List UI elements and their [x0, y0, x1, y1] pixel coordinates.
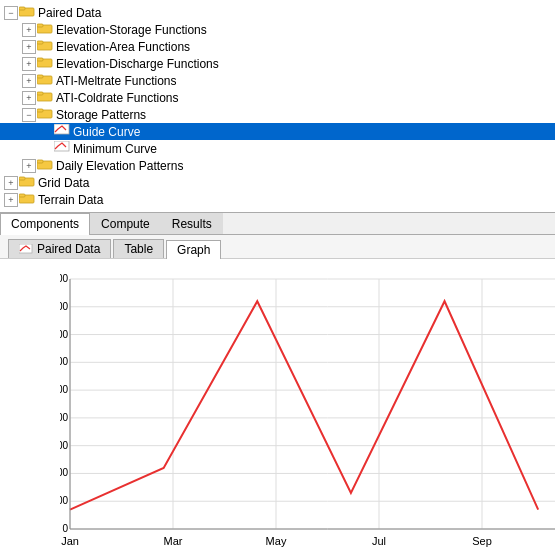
tree-item-label-ati-coldrate: ATI-Coldrate Functions [56, 91, 179, 105]
tree-item-label-paired-data: Paired Data [38, 6, 101, 20]
tree-item-guide-curve[interactable]: Guide Curve [0, 123, 555, 140]
svg-rect-11 [37, 92, 43, 95]
expand-btn-storage-patterns[interactable]: − [22, 108, 36, 122]
tree-panel: − Paired Data+ Elevation-Storage Functio… [0, 0, 555, 213]
tree-item-paired-data[interactable]: − Paired Data [0, 4, 555, 21]
tree-item-label-storage-patterns: Storage Patterns [56, 108, 146, 122]
tree-item-ati-meltrate[interactable]: + ATI-Meltrate Functions [0, 72, 555, 89]
svg-rect-14 [54, 124, 69, 134]
main-tab-results[interactable]: Results [161, 213, 223, 234]
svg-rect-7 [37, 58, 43, 61]
svg-rect-17 [37, 160, 43, 163]
svg-rect-15 [54, 141, 69, 151]
svg-rect-1 [19, 7, 25, 10]
main-tab-compute[interactable]: Compute [90, 213, 161, 234]
tree-item-daily-elev[interactable]: + Daily Elevation Patterns [0, 157, 555, 174]
tree-item-label-grid-data: Grid Data [38, 176, 89, 190]
svg-rect-13 [37, 109, 43, 112]
folder-icon [19, 192, 35, 207]
expand-btn-grid-data[interactable]: + [4, 176, 18, 190]
expand-btn-elev-discharge[interactable]: + [22, 57, 36, 71]
folder-icon [37, 158, 53, 173]
folder-icon [37, 107, 53, 122]
expand-btn-elev-storage[interactable]: + [22, 23, 36, 37]
tree-item-elev-storage[interactable]: + Elevation-Storage Functions [0, 21, 555, 38]
sub-tab-bar: Paired Data TableGraph [0, 235, 555, 259]
tree-item-elev-area[interactable]: + Elevation-Area Functions [0, 38, 555, 55]
tree-item-label-elev-area: Elevation-Area Functions [56, 40, 190, 54]
expand-btn-ati-meltrate[interactable]: + [22, 74, 36, 88]
sub-tab-chart-icon [19, 244, 33, 254]
expand-btn-paired-data[interactable]: − [4, 6, 18, 20]
tree-item-minimum-curve[interactable]: Minimum Curve [0, 140, 555, 157]
tree-item-label-minimum-curve: Minimum Curve [73, 142, 157, 156]
svg-rect-19 [19, 177, 25, 180]
sub-tab-label-paired-data: Paired Data [37, 242, 100, 256]
tree-item-label-daily-elev: Daily Elevation Patterns [56, 159, 183, 173]
tree-item-elev-discharge[interactable]: + Elevation-Discharge Functions [0, 55, 555, 72]
chart-container: Storage (ACRE-FT) [0, 259, 555, 560]
chart-item-icon [54, 124, 70, 139]
tree-item-label-elev-storage: Elevation-Storage Functions [56, 23, 207, 37]
expand-btn-ati-coldrate[interactable]: + [22, 91, 36, 105]
tree-item-label-ati-meltrate: ATI-Meltrate Functions [56, 74, 176, 88]
chart-item-icon [54, 141, 70, 156]
svg-rect-3 [37, 24, 43, 27]
folder-icon [37, 73, 53, 88]
expand-btn-elev-area[interactable]: + [22, 40, 36, 54]
svg-rect-5 [37, 41, 43, 44]
folder-icon [37, 22, 53, 37]
folder-icon [37, 56, 53, 71]
tree-item-label-terrain-data: Terrain Data [38, 193, 103, 207]
main-tab-bar: ComponentsComputeResults [0, 213, 555, 235]
expand-btn-daily-elev[interactable]: + [22, 159, 36, 173]
tree-item-terrain-data[interactable]: + Terrain Data [0, 191, 555, 208]
tree-item-label-elev-discharge: Elevation-Discharge Functions [56, 57, 219, 71]
tree-item-ati-coldrate[interactable]: + ATI-Coldrate Functions [0, 89, 555, 106]
folder-icon [19, 5, 35, 20]
chart-canvas [60, 269, 555, 559]
tree-item-label-guide-curve: Guide Curve [73, 125, 140, 139]
tree-item-grid-data[interactable]: + Grid Data [0, 174, 555, 191]
main-tab-components[interactable]: Components [0, 213, 90, 235]
sub-tab-table[interactable]: Table [113, 239, 164, 258]
folder-icon [37, 39, 53, 54]
sub-tab-graph[interactable]: Graph [166, 240, 221, 259]
tree-item-storage-patterns[interactable]: − Storage Patterns [0, 106, 555, 123]
svg-rect-21 [19, 194, 25, 197]
expand-btn-terrain-data[interactable]: + [4, 193, 18, 207]
svg-rect-9 [37, 75, 43, 78]
folder-icon [19, 175, 35, 190]
sub-tab-paired-data[interactable]: Paired Data [8, 239, 111, 258]
folder-icon [37, 90, 53, 105]
